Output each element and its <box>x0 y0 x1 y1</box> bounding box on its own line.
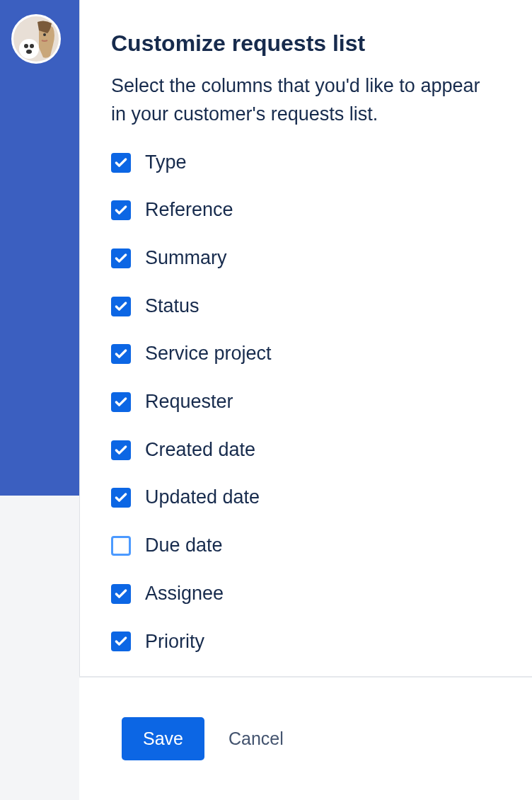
checkbox-checked-icon[interactable] <box>111 200 131 220</box>
column-checkbox-label: Status <box>145 296 200 317</box>
checkbox-unchecked-icon[interactable] <box>111 536 131 556</box>
checkbox-checked-icon[interactable] <box>111 488 131 508</box>
column-checkbox-label: Updated date <box>145 487 260 508</box>
column-checkbox-row[interactable]: Priority <box>111 632 501 653</box>
column-checkbox-label: Service project <box>145 343 272 365</box>
svg-point-3 <box>30 44 34 48</box>
column-checkbox-row[interactable]: Reference <box>111 200 501 221</box>
svg-point-2 <box>24 44 28 48</box>
column-checkbox-label: Priority <box>145 632 204 653</box>
checkbox-checked-icon[interactable] <box>111 632 131 651</box>
column-checkbox-row[interactable]: Status <box>111 296 501 317</box>
column-checkbox-row[interactable]: Assignee <box>111 583 501 605</box>
column-checkbox-row[interactable]: Summary <box>111 248 501 269</box>
panel-footer: Save Cancel <box>79 676 532 800</box>
checkbox-checked-icon[interactable] <box>111 440 131 460</box>
cancel-button[interactable]: Cancel <box>229 728 284 749</box>
sidebar <box>0 0 79 496</box>
checkbox-checked-icon[interactable] <box>111 248 131 268</box>
column-checkbox-label: Requester <box>145 392 233 413</box>
svg-point-5 <box>43 33 46 36</box>
column-checkbox-label: Due date <box>145 535 223 556</box>
column-checkbox-row[interactable]: Created date <box>111 440 501 461</box>
column-checkbox-row[interactable]: Requester <box>111 392 501 413</box>
column-checkbox-label: Type <box>145 152 187 173</box>
svg-point-4 <box>26 50 32 54</box>
column-checkbox-list: TypeReferenceSummaryStatusService projec… <box>111 152 501 653</box>
column-checkbox-label: Summary <box>145 248 227 269</box>
checkbox-checked-icon[interactable] <box>111 584 131 604</box>
column-checkbox-label: Reference <box>145 200 233 221</box>
avatar-image-icon <box>13 16 59 62</box>
save-button[interactable]: Save <box>122 717 204 760</box>
svg-point-1 <box>19 39 39 59</box>
avatar[interactable] <box>11 14 61 64</box>
customize-panel: Customize requests list Select the colum… <box>79 0 532 676</box>
checkbox-checked-icon[interactable] <box>111 153 131 173</box>
column-checkbox-label: Created date <box>145 440 255 461</box>
panel-title: Customize requests list <box>111 30 501 57</box>
checkbox-checked-icon[interactable] <box>111 392 131 412</box>
column-checkbox-label: Assignee <box>145 583 224 605</box>
checkbox-checked-icon[interactable] <box>111 344 131 364</box>
checkbox-checked-icon[interactable] <box>111 297 131 316</box>
column-checkbox-row[interactable]: Updated date <box>111 487 501 508</box>
column-checkbox-row[interactable]: Type <box>111 152 501 173</box>
column-checkbox-row[interactable]: Service project <box>111 343 501 365</box>
panel-description: Select the columns that you'd like to ap… <box>111 72 493 127</box>
column-checkbox-row[interactable]: Due date <box>111 535 501 556</box>
